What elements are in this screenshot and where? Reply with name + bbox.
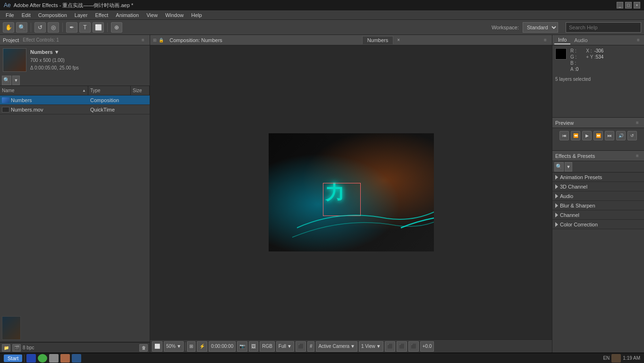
pen-tool[interactable]: ✒: [66, 22, 77, 33]
step-back-btn[interactable]: ⏪: [571, 131, 580, 140]
comp-tab-close[interactable]: ×: [395, 37, 402, 43]
step-fwd-btn[interactable]: ⏩: [593, 131, 603, 140]
taskbar-icon-4[interactable]: [60, 354, 70, 363]
close-button[interactable]: ×: [634, 2, 640, 9]
taskbar-icon-1[interactable]: [26, 354, 36, 363]
rgba-values: R : G : B : A : 0: [570, 48, 578, 73]
tab-info[interactable]: Info: [554, 36, 570, 44]
taskbar-icon-3[interactable]: [49, 354, 59, 363]
zoom-tool[interactable]: 🔍: [16, 22, 27, 33]
expand-icon: [555, 184, 558, 189]
list-item-name-col: Numbers.mov: [0, 106, 88, 113]
rotate-tool[interactable]: ↺: [34, 22, 46, 33]
workspace-selector[interactable]: Standard: [523, 22, 558, 33]
grid-btn[interactable]: #: [307, 341, 315, 352]
always-preview-btn[interactable]: ⊞: [187, 341, 195, 352]
taskbar: Start EN 1:19 AM: [0, 353, 644, 363]
category-animation-presets[interactable]: Animation Presets: [552, 173, 644, 182]
menu-composition[interactable]: Composition: [34, 11, 71, 19]
show-channel-btn[interactable]: RGB: [260, 341, 275, 352]
show-snapshot-btn[interactable]: 🖼: [249, 341, 258, 352]
loop-btn[interactable]: ↺: [627, 131, 637, 140]
expand-icon: [555, 213, 558, 217]
project-search-bar[interactable]: 🔍 ▼: [0, 75, 150, 86]
search-help-input[interactable]: [566, 22, 641, 33]
hand-tool[interactable]: ✋: [3, 22, 14, 33]
taskbar-icon-2[interactable]: [38, 354, 47, 363]
viewer-panel-menu[interactable]: ≡: [542, 36, 549, 44]
menu-effect[interactable]: Effect: [91, 11, 112, 19]
snapshot-btn[interactable]: 📷: [237, 341, 247, 352]
workspace-label: Workspace:: [491, 25, 519, 30]
project-search-btn[interactable]: 🔍: [2, 76, 11, 85]
viewer-toolbar: ⬜ 50% ▼ ⊞ ⚡ 0:00:00:00 📷 🖼 RGB Full ▼ ⬛ …: [150, 339, 552, 353]
render-btn[interactable]: ⬛: [385, 341, 395, 352]
project-panel-menu[interactable]: ≡: [139, 36, 147, 44]
effects-search-btn[interactable]: 🔍: [554, 162, 564, 172]
menu-layer[interactable]: Layer: [71, 11, 92, 19]
comp-thumbnail-area: Numbers ▼ 700 x 500 (1.00) Δ 0:00:05:00,…: [0, 45, 150, 75]
exposure-reset-btn[interactable]: +0.0: [420, 341, 434, 352]
minimize-button[interactable]: _: [617, 2, 623, 9]
list-item[interactable]: Numbers.mov QuickTime: [0, 105, 150, 114]
info-tabs: Info Audio ≡: [552, 35, 644, 45]
viewer-area[interactable]: 力: [150, 45, 552, 339]
category-3d-channel[interactable]: 3D Channel: [552, 182, 644, 191]
menu-window[interactable]: Window: [161, 11, 187, 19]
comp-thumbnail: [3, 48, 26, 72]
camera-orbit[interactable]: ◎: [48, 22, 59, 33]
right-panel: Info Audio ≡ R : G :: [552, 35, 644, 353]
a-value: 0: [576, 67, 579, 72]
menu-animation[interactable]: Animation: [112, 11, 143, 19]
effects-search-bar[interactable]: 🔍 ▼: [552, 161, 644, 173]
info-panel-menu[interactable]: ≡: [635, 36, 642, 44]
comp-flowchart-btn[interactable]: ⬛: [397, 341, 407, 352]
play-btn[interactable]: ▶: [582, 131, 592, 140]
new-comp-btn[interactable]: 🎬: [12, 344, 21, 352]
camera-selector[interactable]: Active Camera ▼: [316, 341, 357, 352]
taskbar-icon-5[interactable]: [72, 354, 81, 363]
category-color-correction[interactable]: Color Correction: [552, 220, 644, 229]
category-blur-sharpen[interactable]: Blur & Sharpen: [552, 201, 644, 210]
bpc-display: 8 bpc: [23, 345, 34, 350]
taskbar-ae-icon[interactable]: [611, 354, 621, 363]
comp-mini-flowchart[interactable]: ⬛: [408, 341, 419, 352]
list-item[interactable]: Numbers Composition: [0, 95, 150, 105]
new-folder-btn[interactable]: 📁: [2, 344, 10, 352]
menu-help[interactable]: Help: [187, 11, 206, 19]
r-label: R :: [570, 48, 576, 53]
menu-edit[interactable]: Edit: [18, 11, 34, 19]
viewer-region-btn[interactable]: ⬜: [152, 341, 162, 352]
preview-panel-menu[interactable]: ≡: [634, 119, 641, 127]
audio-btn[interactable]: 🔊: [616, 131, 626, 140]
maximize-button[interactable]: □: [625, 2, 632, 9]
view-selector[interactable]: 1 View ▼: [359, 341, 383, 352]
quality-selector[interactable]: Full ▼: [276, 341, 294, 352]
menu-view[interactable]: View: [143, 11, 161, 19]
menu-file[interactable]: File: [2, 11, 18, 19]
go-to-end-btn[interactable]: ⏭: [605, 131, 614, 140]
tab-audio[interactable]: Audio: [570, 36, 591, 44]
comp-tab[interactable]: Numbers: [362, 36, 394, 44]
viewer-lock-icon: 🔒: [159, 38, 164, 43]
project-filter-btn[interactable]: ▼: [12, 76, 20, 85]
text-tool[interactable]: T: [79, 22, 91, 33]
category-channel[interactable]: Channel: [552, 210, 644, 220]
transparency-btn[interactable]: ⬛: [296, 341, 306, 352]
effects-panel-menu[interactable]: ≡: [634, 152, 641, 160]
preview-panel-title: Preview: [555, 120, 634, 126]
shape-tool[interactable]: ⬜: [93, 22, 104, 33]
window-controls[interactable]: _ □ ×: [617, 2, 640, 9]
timecode-display[interactable]: 0:00:00:00: [209, 341, 236, 352]
list-item-label: Numbers: [11, 97, 32, 103]
list-item-size: [131, 99, 150, 101]
magnification-selector[interactable]: 50% ▼: [164, 341, 184, 352]
delete-btn[interactable]: 🗑: [139, 344, 148, 352]
puppet-tool[interactable]: ⊕: [111, 22, 122, 33]
col-header-size: Size: [131, 86, 150, 95]
category-audio[interactable]: Audio: [552, 191, 644, 201]
effects-filter-btn[interactable]: ▼: [565, 162, 572, 172]
fast-preview-btn[interactable]: ⚡: [197, 341, 207, 352]
go-to-start-btn[interactable]: ⏮: [559, 131, 569, 140]
start-btn[interactable]: Start: [4, 354, 22, 362]
